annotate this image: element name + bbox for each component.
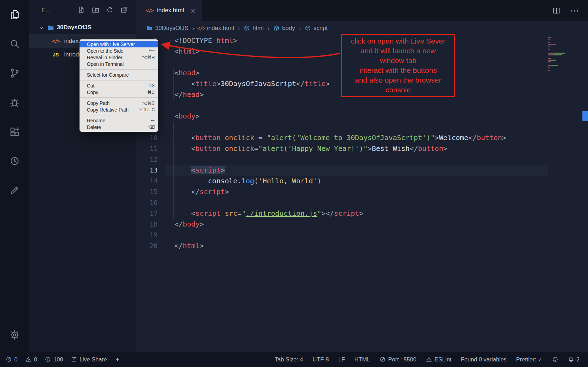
breadcrumb-separator: › bbox=[267, 24, 270, 32]
activity-extensions-button[interactable] bbox=[0, 117, 29, 146]
status-tab-size-4[interactable]: Tab Size: 4 bbox=[275, 356, 303, 363]
menu-item-copy-relative-path[interactable]: Copy Relative Path⌥⇧⌘C bbox=[80, 106, 158, 113]
explorer-toolbar bbox=[77, 6, 128, 15]
activity-run-debug-button[interactable] bbox=[0, 88, 29, 117]
status-2[interactable]: 2 bbox=[568, 356, 580, 363]
line-number[interactable]: 17 bbox=[136, 208, 166, 219]
code-line[interactable]: 14 console.log('Hello, World') bbox=[136, 176, 588, 186]
menu-item-open-in-terminal[interactable]: Open in Terminal bbox=[80, 61, 158, 67]
activity-explorer-button[interactable] bbox=[0, 0, 29, 29]
activity-source-control-button[interactable] bbox=[0, 59, 29, 88]
line-number[interactable]: 18 bbox=[136, 219, 166, 230]
folder-icon bbox=[146, 25, 153, 31]
code-line[interactable]: 20</html> bbox=[136, 240, 588, 251]
code-token: button bbox=[477, 133, 502, 142]
code-text: </script> bbox=[166, 186, 548, 197]
code-line[interactable]: 12 bbox=[136, 154, 588, 165]
status-prettier[interactable]: Prettier: ✓ bbox=[516, 356, 543, 363]
code-line[interactable]: 15 </script> bbox=[136, 186, 588, 197]
tab-bar: </> index.html ⋯ bbox=[136, 0, 588, 21]
scrollbar[interactable] bbox=[582, 35, 588, 352]
menu-item-select-for-compare[interactable]: Select for Compare bbox=[80, 71, 158, 78]
code-line[interactable]: 18</body> bbox=[136, 219, 588, 230]
code-line[interactable]: 13 <script> bbox=[136, 165, 588, 176]
minimap[interactable] bbox=[548, 36, 582, 72]
status-port-5500[interactable]: Port : 5500 bbox=[379, 356, 416, 363]
code-text: console.log('Hello, World') bbox=[166, 176, 548, 186]
error-icon bbox=[6, 356, 12, 362]
code-token: head bbox=[183, 90, 199, 99]
line-number[interactable]: 15 bbox=[136, 186, 166, 197]
code-token: console bbox=[174, 177, 238, 185]
menu-item-label: Delete bbox=[87, 124, 101, 130]
status-html[interactable]: HTML bbox=[354, 356, 370, 363]
tree-root-folder[interactable]: 30DaysOfJS bbox=[29, 21, 136, 34]
code-line[interactable]: 17 <script src="./introduction.js"></scr… bbox=[136, 208, 588, 219]
line-number[interactable]: 10 bbox=[136, 132, 166, 143]
menu-item-delete[interactable]: Delete⌫ bbox=[80, 124, 158, 130]
line-number[interactable]: 13 bbox=[136, 165, 166, 176]
status-smiley[interactable] bbox=[552, 356, 558, 362]
activity-history-button[interactable] bbox=[0, 146, 29, 176]
activity-feedback-button[interactable] bbox=[0, 176, 29, 205]
refresh-button[interactable] bbox=[106, 6, 114, 15]
breadcrumb-script[interactable]: script bbox=[304, 25, 328, 32]
code-line[interactable]: 7 bbox=[136, 100, 588, 111]
menu-item-open-to-the-side[interactable]: Open to the Side^↩ bbox=[80, 47, 158, 54]
menu-item-copy-path[interactable]: Copy Path⌥⌘C bbox=[80, 100, 158, 106]
more-actions-icon[interactable]: ⋯ bbox=[570, 6, 579, 15]
code-line[interactable]: 19 bbox=[136, 230, 588, 240]
code-token: < bbox=[174, 144, 195, 153]
new-file-button[interactable] bbox=[77, 6, 85, 15]
line-number[interactable]: 11 bbox=[136, 143, 166, 154]
menu-item-open-with-live-server[interactable]: Open with Live Server bbox=[80, 41, 158, 47]
line-number[interactable]: 19 bbox=[136, 230, 166, 240]
code-line[interactable]: 16 bbox=[136, 197, 588, 208]
status-0[interactable]: 0 bbox=[25, 356, 37, 363]
breadcrumb-body[interactable]: body bbox=[273, 25, 295, 32]
minimap-line bbox=[548, 60, 556, 61]
refresh-icon bbox=[106, 6, 114, 14]
status-bolt[interactable] bbox=[115, 356, 121, 362]
status-live-share[interactable]: Live Share bbox=[71, 356, 107, 363]
breadcrumb-30daysofjs[interactable]: 30DaysOfJS bbox=[146, 25, 188, 32]
status-eslint[interactable]: ESLint bbox=[426, 356, 452, 363]
code-token: > bbox=[199, 90, 204, 99]
status-utf-8[interactable]: UTF-8 bbox=[312, 356, 329, 363]
menu-item-shortcut: ⌘X bbox=[147, 83, 155, 88]
menu-item-cut[interactable]: Cut⌘X bbox=[80, 82, 158, 89]
activity-search-button[interactable] bbox=[0, 29, 29, 59]
line-number[interactable]: 16 bbox=[136, 197, 166, 208]
collapse-all-button[interactable] bbox=[120, 6, 128, 15]
code-line[interactable]: 9 bbox=[136, 122, 588, 132]
status-lf[interactable]: LF bbox=[338, 356, 345, 363]
close-icon[interactable] bbox=[190, 7, 196, 14]
breadcrumb-html[interactable]: html bbox=[243, 25, 264, 32]
code-token: < bbox=[174, 79, 195, 88]
status-0[interactable]: 0 bbox=[6, 356, 17, 363]
menu-item-rename[interactable]: Rename↩ bbox=[80, 117, 158, 124]
code-line[interactable]: 11 <button onclick="alert('Happy New Yea… bbox=[136, 143, 588, 154]
menu-item-copy[interactable]: Copy⌘C bbox=[80, 89, 158, 95]
split-editor-icon[interactable] bbox=[552, 7, 560, 15]
code-token: Best Wish bbox=[372, 144, 409, 153]
tab-index-html[interactable]: </> index.html bbox=[136, 0, 202, 21]
bolt-icon bbox=[115, 356, 121, 362]
new-folder-button[interactable] bbox=[92, 6, 99, 15]
line-number[interactable]: 12 bbox=[136, 154, 166, 165]
code-line[interactable]: 10 <button onclick = "alert('Welcome to … bbox=[136, 132, 588, 143]
scrollbar-indicator[interactable] bbox=[582, 111, 588, 121]
line-number[interactable]: 14 bbox=[136, 176, 166, 186]
breadcrumb-index-html[interactable]: </>index.html bbox=[198, 25, 234, 32]
code-token: ( bbox=[254, 177, 258, 185]
code-line[interactable]: 8<body> bbox=[136, 111, 588, 122]
status-bar: 00100Live Share Tab Size: 4UTF-8LFHTMLPo… bbox=[0, 352, 588, 367]
menu-item-reveal-in-finder[interactable]: Reveal in Finder⌥⌘R bbox=[80, 54, 158, 61]
line-number[interactable]: 20 bbox=[136, 240, 166, 251]
status-100[interactable]: 100 bbox=[45, 356, 63, 363]
status-label: Tab Size: 4 bbox=[275, 356, 303, 363]
status-found-0-variables[interactable]: Found 0 variables bbox=[461, 356, 506, 363]
code-token: log bbox=[242, 177, 254, 185]
code-text: </body> bbox=[166, 219, 548, 230]
activity-settings-button[interactable] bbox=[0, 324, 29, 346]
